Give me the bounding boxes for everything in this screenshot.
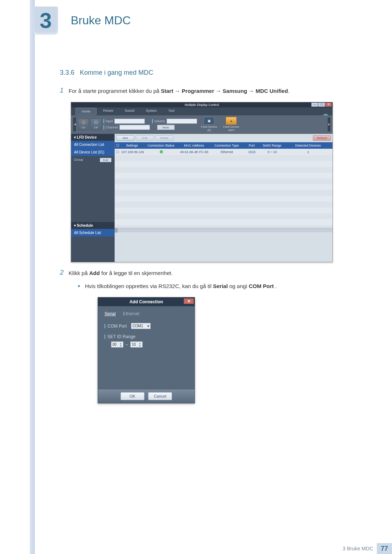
row-mac: 40-61-86-4E-FC-65 <box>178 150 211 154</box>
window-buttons: — ◻ ✕ <box>311 103 332 107</box>
mdc-title: Multiple Display Control <box>185 103 219 107</box>
range-label: SET ID Range <box>107 334 135 339</box>
power-on-icon: ⏻ <box>81 119 86 125</box>
col-range: SetID Range <box>261 144 284 147</box>
channel-label: Channel <box>106 126 118 129</box>
col-settings: Settings <box>120 144 144 147</box>
col-port: Port <box>243 144 261 147</box>
fault-device-icon: ▣ <box>204 117 215 125</box>
mdc-window: Multiple Display Control — ◻ ✕ ? Home Pi… <box>71 102 333 262</box>
mdc-titlebar: Multiple Display Control — ◻ ✕ <box>71 102 332 107</box>
dialog-tabs: Serial Ethernet <box>105 311 188 316</box>
step-1: 1 For å starte programmet klikker du på … <box>60 87 356 95</box>
dialog-titlebar: Add Connection ✕ <box>98 297 195 306</box>
table-header: ☐ Settings Connection Status MAC Address… <box>115 142 332 149</box>
all-device-list[interactable]: All Device List (01) <box>71 148 114 156</box>
power-on-button[interactable]: ⏻ On <box>78 119 89 130</box>
row-ctype: Ethernet <box>211 150 243 154</box>
menu-picture[interactable]: Picture <box>97 107 119 115</box>
add-button[interactable]: Add <box>116 135 134 141</box>
stepper-arrows-icon: ▲▼ <box>139 342 141 347</box>
table-row[interactable]: ☐ 107.108.89.126 40-61-86-4E-FC-65 Ether… <box>115 149 332 155</box>
step-1-text: For å starte programmet klikker du på St… <box>69 87 290 95</box>
chapter-badge: 3 <box>33 7 58 35</box>
lfd-header[interactable]: ▾ LFD Device <box>71 134 114 141</box>
col-detected: Detected Devices <box>284 144 332 147</box>
schedule-header[interactable]: ▾ Schedule <box>71 222 114 229</box>
scroll-thumb[interactable] <box>115 228 118 233</box>
delete-button[interactable]: Delete <box>155 135 173 141</box>
right-edge-tab[interactable]: ▶ <box>328 118 330 131</box>
step-2-text: Klikk på Add for å legge til en skjermen… <box>69 269 173 278</box>
range-from-stepper[interactable]: 00 ▲▼ <box>111 341 123 348</box>
all-connection-list[interactable]: All Connection List <box>71 141 114 148</box>
menu-home[interactable]: Home <box>75 108 97 115</box>
all-schedule-list[interactable]: All Schedule List <box>71 229 114 237</box>
row-checkbox[interactable]: ☐ <box>115 150 120 154</box>
channel-stepper[interactable] <box>119 125 150 130</box>
table-empty-rows <box>115 155 332 228</box>
footer-label: 3 Bruke MDC <box>343 546 373 551</box>
minimize-button[interactable]: — <box>311 103 318 107</box>
maximize-button[interactable]: ◻ <box>318 103 325 107</box>
row-port: 1515 <box>243 150 261 154</box>
page-decor-rail <box>30 0 35 554</box>
chevron-down-icon: ▾ <box>147 324 149 328</box>
row-range: 0 ~ 10 <box>261 150 284 154</box>
refresh-button[interactable]: Refresh <box>313 135 331 141</box>
mute-button[interactable]: Mute <box>157 125 175 130</box>
cancel-button[interactable]: Cancel <box>148 392 172 400</box>
mdc-main: Add Edit Delete Refresh ☐ Settings Conne… <box>115 134 332 262</box>
section-title: Komme i gang med MDC <box>80 69 153 76</box>
alert-icon: ▲ <box>226 117 237 125</box>
chapter-number: 3 <box>33 7 58 35</box>
input-label: Input <box>106 119 113 123</box>
group-edit-button[interactable]: Edit <box>100 158 111 162</box>
range-separator: ~ <box>126 342 128 347</box>
col-connection-status: Connection Status <box>144 144 178 147</box>
input-select[interactable] <box>114 119 145 124</box>
menu-tool[interactable]: Tool <box>163 107 180 115</box>
comport-label: COM Port <box>107 324 127 329</box>
tab-serial[interactable]: Serial <box>105 311 116 316</box>
col-connection-type: Connection Type <box>211 144 243 147</box>
bullet-icon <box>78 285 80 287</box>
section-heading: 3.3.6 Komme i gang med MDC <box>60 69 356 77</box>
dialog-footer: OK Cancel <box>98 389 195 403</box>
chapter-title: Bruke MDC <box>71 14 131 27</box>
volume-input[interactable] <box>167 119 197 124</box>
row-status <box>144 150 178 154</box>
dialog-close-button[interactable]: ✕ <box>184 298 194 304</box>
row-detected: 1 <box>284 150 332 154</box>
bullet-1: Hvis tilkoblingen opprettes via RS232C, … <box>60 282 356 291</box>
section-number: 3.3.6 <box>60 69 74 76</box>
add-connection-dialog: Add Connection ✕ Serial Ethernet COM Por… <box>98 297 195 403</box>
fault-device-count[interactable]: ▣ Fault Device (0) <box>199 117 219 132</box>
power-off-button[interactable]: ⏻ Off <box>90 119 101 130</box>
step-2: 2 Klikk på Add for å legge til en skjerm… <box>60 269 356 278</box>
row-settings: 107.108.89.126 <box>120 150 144 154</box>
add-dialog-screenshot: Add Connection ✕ Serial Ethernet COM Por… <box>71 297 356 403</box>
left-edge-tab[interactable]: ◀ <box>73 118 76 131</box>
content: 3.3.6 Komme i gang med MDC 1 For å start… <box>60 69 356 410</box>
range-to-stepper[interactable]: 10 ▲▼ <box>130 341 143 348</box>
bullet-1-text: Hvis tilkoblingen opprettes via RS232C, … <box>85 282 277 291</box>
power-off-icon: ⏻ <box>93 119 99 125</box>
comport-select[interactable]: COM1 ▾ <box>131 323 151 329</box>
mdc-sidebar: ▾ LFD Device All Connection List All Dev… <box>71 134 115 262</box>
volume-label: Volume <box>154 119 165 123</box>
fault-device-alert[interactable]: ▲ Fault Device Alert <box>221 117 241 132</box>
dialog-title: Add Connection <box>130 299 163 304</box>
scrollbar[interactable] <box>115 228 332 232</box>
page-footer: 3 Bruke MDC 77 <box>343 543 392 554</box>
tab-ethernet[interactable]: Ethernet <box>123 311 139 316</box>
group-label: Group <box>74 158 83 162</box>
close-button[interactable]: ✕ <box>325 103 332 107</box>
edit-button[interactable]: Edit <box>136 135 154 141</box>
footer-page-number: 77 <box>377 543 392 554</box>
menu-sound[interactable]: Sound <box>119 107 140 115</box>
mdc-window-screenshot: Multiple Display Control — ◻ ✕ ? Home Pi… <box>71 102 356 262</box>
menu-system[interactable]: System <box>140 107 163 115</box>
col-mac: MAC Address <box>178 144 211 147</box>
ok-button[interactable]: OK <box>121 392 144 400</box>
